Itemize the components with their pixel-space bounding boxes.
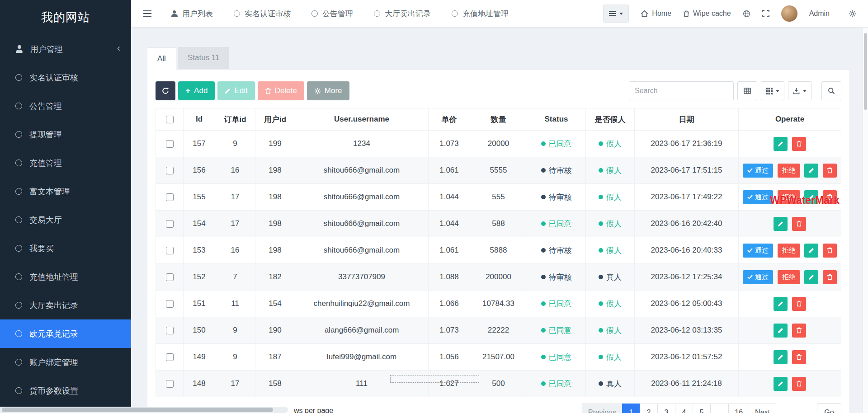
column-header[interactable]: 单价 <box>429 108 470 131</box>
approve-button[interactable]: 通过 <box>743 190 773 204</box>
column-header[interactable]: 用户id <box>255 108 295 131</box>
row-checkbox[interactable] <box>166 327 174 334</box>
horizontal-scrollbar[interactable] <box>0 407 288 413</box>
row-delete-button[interactable] <box>792 377 806 391</box>
row-checkbox[interactable] <box>166 380 174 388</box>
more-button[interactable]: More <box>307 81 349 100</box>
sidebar-item[interactable]: 货币参数设置 <box>0 376 131 405</box>
sidebar-item[interactable]: 大厅卖出记录 <box>0 291 131 319</box>
sidebar-item[interactable]: 账户绑定管理 <box>0 348 131 376</box>
wipe-cache-link[interactable]: Wipe cache <box>683 9 731 18</box>
content-tab[interactable]: All <box>147 47 176 70</box>
vertical-scrollbar[interactable] <box>863 28 868 413</box>
row-checkbox[interactable] <box>166 247 174 254</box>
cell-user-id: 199 <box>255 131 295 157</box>
column-header[interactable]: 订单id <box>215 108 255 131</box>
menu-dropdown-button[interactable] <box>603 5 629 23</box>
language-icon[interactable] <box>743 10 750 18</box>
avatar[interactable] <box>781 5 797 22</box>
column-header[interactable]: Operate <box>739 108 841 131</box>
page-button[interactable]: Previous <box>582 404 623 413</box>
page-button[interactable]: 16 <box>728 404 749 413</box>
fullscreen-icon[interactable] <box>762 10 769 17</box>
sidebar-item[interactable]: 充值管理 <box>0 149 131 177</box>
reject-button[interactable]: 拒绝 <box>778 164 800 178</box>
horizontal-scrollbar-thumb[interactable] <box>2 408 273 412</box>
column-header[interactable]: Id <box>184 108 215 131</box>
page-button[interactable]: 1 <box>622 404 640 413</box>
topnav-tab[interactable]: 实名认证审核 <box>234 9 291 19</box>
row-delete-button[interactable] <box>792 137 806 151</box>
approve-button[interactable]: 通过 <box>743 244 773 258</box>
row-checkbox[interactable] <box>166 167 174 174</box>
topnav-tab[interactable]: 公告管理 <box>311 9 353 19</box>
go-button[interactable]: Go <box>817 404 841 413</box>
topnav-tab[interactable]: 用户列表 <box>171 9 213 19</box>
home-link[interactable]: Home <box>641 9 671 18</box>
column-header[interactable]: 是否假人 <box>586 108 635 131</box>
sidebar-item[interactable]: 公告管理 <box>0 92 131 120</box>
row-edit-button[interactable] <box>774 324 788 338</box>
toggle-view-button[interactable] <box>737 81 757 100</box>
column-header[interactable]: 日期 <box>635 108 739 131</box>
approve-button[interactable]: 通过 <box>743 270 773 284</box>
content-tab[interactable]: Status 11 <box>178 47 230 69</box>
row-edit-button[interactable] <box>804 270 818 284</box>
column-header[interactable]: Status <box>527 108 586 131</box>
page-button[interactable]: Next <box>749 404 776 413</box>
row-edit-button[interactable] <box>774 217 788 231</box>
reject-button[interactable]: 拒绝 <box>778 244 800 258</box>
page-button[interactable]: 2 <box>640 404 658 413</box>
sidebar-item[interactable]: 提现管理 <box>0 120 131 149</box>
add-button[interactable]: Add <box>178 81 215 100</box>
sidebar-item[interactable]: 充值地址管理 <box>0 263 131 291</box>
row-delete-button[interactable] <box>792 350 806 364</box>
row-checkbox[interactable] <box>166 273 174 281</box>
admin-menu[interactable]: Admin <box>809 9 830 18</box>
reject-button[interactable]: 拒绝 <box>778 270 800 284</box>
row-checkbox[interactable] <box>166 140 174 148</box>
topnav-tab[interactable]: 充值地址管理 <box>452 9 509 19</box>
row-checkbox[interactable] <box>166 300 174 308</box>
columns-dropdown-button[interactable] <box>761 81 784 100</box>
topnav-tab[interactable]: 大厅卖出记录 <box>374 9 431 19</box>
row-delete-button[interactable] <box>823 164 837 178</box>
refresh-button[interactable] <box>156 81 175 100</box>
row-edit-button[interactable] <box>774 377 788 391</box>
search-input[interactable] <box>629 81 734 100</box>
approve-button[interactable]: 通过 <box>743 164 773 178</box>
row-edit-button[interactable] <box>804 244 818 258</box>
row-checkbox[interactable] <box>166 353 174 361</box>
sidebar-item[interactable]: 我要买 <box>0 234 131 263</box>
page-button[interactable]: 5 <box>693 404 711 413</box>
delete-button[interactable]: Delete <box>258 81 304 100</box>
sidebar-item[interactable]: 实名认证审核 <box>0 63 131 92</box>
row-delete-button[interactable] <box>792 297 806 311</box>
search-toggle-button[interactable] <box>821 81 841 100</box>
row-delete-button[interactable] <box>823 270 837 284</box>
row-delete-button[interactable] <box>792 217 806 231</box>
sidebar-item[interactable]: 富文本管理 <box>0 177 131 206</box>
edit-button[interactable]: Edit <box>217 81 255 100</box>
page-button[interactable]: 3 <box>657 404 675 413</box>
export-dropdown-button[interactable] <box>788 81 811 100</box>
row-edit-button[interactable] <box>774 350 788 364</box>
sidebar-item[interactable]: 欧元承兑记录 <box>0 319 131 348</box>
sidebar-item[interactable]: 交易大厅 <box>0 206 131 234</box>
row-delete-button[interactable] <box>792 324 806 338</box>
page-button[interactable]: ... <box>710 404 729 413</box>
row-delete-button[interactable] <box>823 244 837 258</box>
hamburger-menu-icon[interactable] <box>143 10 152 17</box>
vertical-scrollbar-thumb[interactable] <box>864 33 867 110</box>
row-edit-button[interactable] <box>804 164 818 178</box>
select-all-checkbox[interactable] <box>166 116 174 123</box>
row-edit-button[interactable] <box>774 137 788 151</box>
row-checkbox[interactable] <box>166 193 174 201</box>
page-button[interactable]: 4 <box>675 404 693 413</box>
sidebar-item[interactable]: 用户管理 <box>0 35 131 63</box>
column-header[interactable]: User.username <box>295 108 429 131</box>
column-header[interactable]: 数量 <box>470 108 527 131</box>
row-checkbox[interactable] <box>166 220 174 228</box>
row-edit-button[interactable] <box>774 297 788 311</box>
settings-gear-icon[interactable] <box>849 10 856 18</box>
